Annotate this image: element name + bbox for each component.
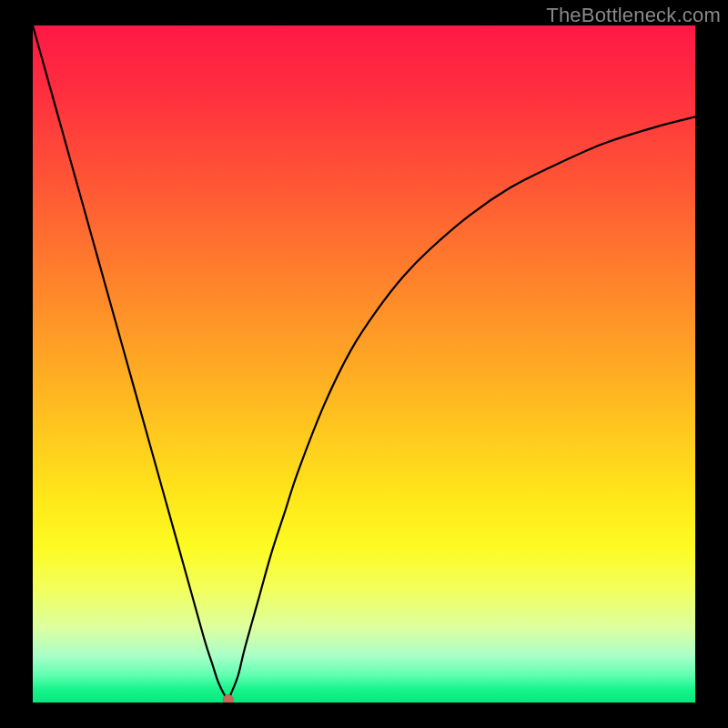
bottleneck-curve-path	[33, 25, 695, 700]
watermark-text: TheBottleneck.com	[546, 4, 721, 27]
chart-svg	[33, 25, 695, 703]
chart-plot-area	[33, 25, 695, 703]
